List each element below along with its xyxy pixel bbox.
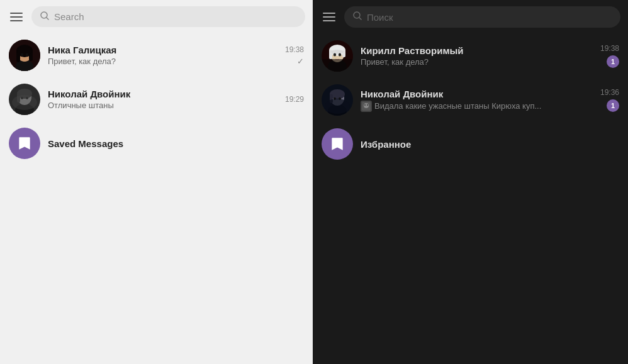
- left-search-icon: [40, 11, 49, 22]
- left-chat-check-nika: ✓: [297, 57, 304, 66]
- right-chat-name-saved: Избранное: [361, 139, 619, 150]
- left-panel: Ника Галицкая Привет, как дела? 19:38 ✓: [0, 0, 313, 364]
- right-chat-time-kirill: 19:38: [600, 44, 619, 53]
- right-menu-button[interactable]: [320, 10, 338, 24]
- left-chat-list: Ника Галицкая Привет, как дела? 19:38 ✓: [0, 33, 313, 364]
- left-chat-info-saved: Saved Messages: [48, 138, 304, 149]
- right-chat-list: Кирилл Растворимый Привет, как дела? 19:…: [313, 34, 628, 364]
- right-avatar-saved: [322, 128, 353, 160]
- left-chat-item-saved[interactable]: Saved Messages: [0, 121, 313, 165]
- right-search-icon: [353, 11, 362, 23]
- svg-point-28: [339, 53, 341, 57]
- left-chat-meta-nika: 19:38 ✓: [285, 45, 304, 66]
- svg-point-37: [325, 99, 350, 114]
- left-chat-name-nikolai: Николай Двойник: [48, 89, 278, 99]
- svg-point-10: [26, 53, 28, 57]
- left-chat-time-nika: 19:38: [285, 45, 304, 54]
- left-chat-preview-nikolai: Отличные штаны: [48, 101, 278, 110]
- right-chat-item-kirill[interactable]: Кирилл Растворимый Привет, как дела? 19:…: [313, 34, 628, 78]
- left-avatar-nikolai: [9, 84, 40, 115]
- right-chat-meta-nikolai: 19:36 1: [600, 88, 619, 112]
- right-avatar-kirill: [322, 40, 353, 72]
- svg-rect-29: [322, 59, 353, 72]
- left-search-bar[interactable]: [31, 6, 305, 27]
- svg-point-9: [21, 53, 23, 57]
- svg-point-40: [364, 104, 366, 106]
- right-chat-info-saved: Избранное: [361, 139, 619, 150]
- svg-point-39: [364, 103, 369, 108]
- right-chat-preview-nikolai: Видала какие ужасные штаны Кирюха куп...: [361, 101, 593, 112]
- left-avatar-saved: [9, 128, 40, 159]
- right-unread-badge-kirill: 1: [607, 55, 619, 68]
- left-search-input[interactable]: [54, 11, 296, 22]
- right-chat-item-saved[interactable]: Избранное: [313, 122, 628, 166]
- right-chat-info-nikolai: Николай Двойник Видала какие ужасные шта…: [361, 89, 593, 112]
- right-panel: Кирилл Растворимый Привет, как дела? 19:…: [313, 0, 628, 364]
- left-header: [0, 0, 313, 33]
- right-unread-badge-nikolai: 1: [607, 99, 619, 112]
- right-search-bar[interactable]: [344, 6, 620, 28]
- left-chat-item-nika[interactable]: Ника Галицкая Привет, как дела? 19:38 ✓: [0, 33, 313, 77]
- left-chat-time-nikolai: 19:29: [285, 95, 304, 104]
- right-chat-info-kirill: Кирилл Растворимый Привет, как дела?: [361, 45, 593, 67]
- sticker-thumb-icon: [361, 101, 372, 112]
- right-chat-preview-kirill: Привет, как дела?: [361, 57, 593, 67]
- left-chat-name-nika: Ника Галицкая: [48, 45, 278, 55]
- svg-point-27: [334, 53, 336, 57]
- left-menu-button[interactable]: [8, 10, 25, 24]
- left-chat-item-nikolai[interactable]: Николай Двойник Отличные штаны 19:29: [0, 77, 313, 121]
- right-header: [313, 0, 628, 34]
- left-chat-info-nikolai: Николай Двойник Отличные штаны: [48, 89, 278, 110]
- right-chat-meta-kirill: 19:38 1: [600, 44, 619, 68]
- svg-line-1: [47, 18, 48, 19]
- left-chat-name-saved: Saved Messages: [48, 138, 304, 149]
- left-chat-preview-nika: Привет, как дела?: [48, 57, 278, 66]
- right-chat-name-kirill: Кирилл Растворимый: [361, 45, 593, 56]
- svg-line-20: [359, 18, 361, 19]
- right-avatar-nikolai: [322, 84, 353, 116]
- svg-point-18: [12, 95, 37, 110]
- left-avatar-nika: [9, 40, 40, 71]
- left-chat-meta-nikolai: 19:29: [285, 95, 304, 104]
- right-chat-name-nikolai: Николай Двойник: [361, 89, 593, 99]
- right-search-input[interactable]: [367, 12, 612, 23]
- left-chat-info-nika: Ника Галицкая Привет, как дела?: [48, 45, 278, 66]
- right-chat-item-nikolai[interactable]: Николай Двойник Видала какие ужасные шта…: [313, 78, 628, 122]
- svg-point-8: [17, 47, 32, 55]
- right-chat-time-nikolai: 19:36: [600, 88, 619, 97]
- svg-point-41: [367, 104, 368, 106]
